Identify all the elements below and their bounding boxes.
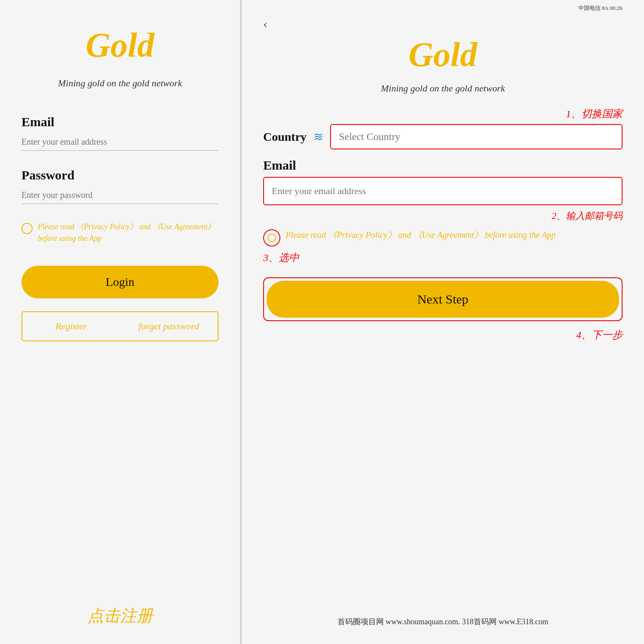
annotation-select: 3、选中 <box>263 251 299 264</box>
next-step-button[interactable]: Next Step <box>267 281 619 318</box>
country-label: Country <box>263 130 307 144</box>
right-privacy-text: Please read 《Privacy Policy》 and 《Use Ag… <box>286 228 556 242</box>
left-subtitle: Mining gold on the gold network <box>58 78 182 89</box>
right-subtitle: Mining gold on the gold network <box>381 83 505 94</box>
left-privacy-radio[interactable] <box>21 223 33 234</box>
country-row: Country ≋ <box>263 124 623 149</box>
footer-text: 首码圈项目网 www.shoumaquan.com. 318首码网 www.E3… <box>337 617 549 627</box>
right-email-input[interactable] <box>263 177 623 205</box>
annotation-enter-email: 2、输入邮箱号码 <box>552 210 623 222</box>
right-privacy-radio-inner <box>267 234 276 242</box>
left-register-row: Register forget password <box>21 311 219 341</box>
login-button[interactable]: Login <box>21 266 219 298</box>
left-panel: Gold Mining gold on the gold network Ema… <box>0 0 240 644</box>
back-arrow[interactable]: ‹ <box>263 16 267 31</box>
left-privacy-text: Please read 《Privacy Policy》 and 《Use Ag… <box>38 221 219 244</box>
right-privacy-radio-box[interactable] <box>263 229 280 246</box>
status-bar-text: 中国电信 8/s 00:26 <box>578 4 623 12</box>
register-link[interactable]: Register <box>22 312 120 340</box>
status-bar: 中国电信 8/s 00:26 <box>263 0 623 16</box>
left-password-label: Password <box>21 168 74 182</box>
left-email-label: Email <box>21 115 55 129</box>
select-country-input[interactable] <box>330 124 623 149</box>
forgot-password-link[interactable]: forget password <box>120 312 218 340</box>
left-gold-title: Gold <box>86 26 155 65</box>
click-register-text: 点击注册 <box>88 605 153 627</box>
right-gold-title: Gold <box>409 35 477 74</box>
next-step-wrapper: Next Step <box>263 277 623 321</box>
annotation-switch-country: 1、切换国家 <box>566 107 623 121</box>
annotation-nextstep: 4、下一步 <box>576 328 623 342</box>
left-email-input[interactable] <box>21 134 219 151</box>
right-email-label: Email <box>263 158 296 173</box>
left-password-input[interactable] <box>21 187 219 204</box>
globe-icon: ≋ <box>313 130 323 144</box>
left-privacy-row: Please read 《Privacy Policy》 and 《Use Ag… <box>21 221 219 244</box>
right-privacy-row: Please read 《Privacy Policy》 and 《Use Ag… <box>263 228 623 246</box>
right-panel: 中国电信 8/s 00:26 ‹ Gold Mining gold on the… <box>242 0 644 644</box>
